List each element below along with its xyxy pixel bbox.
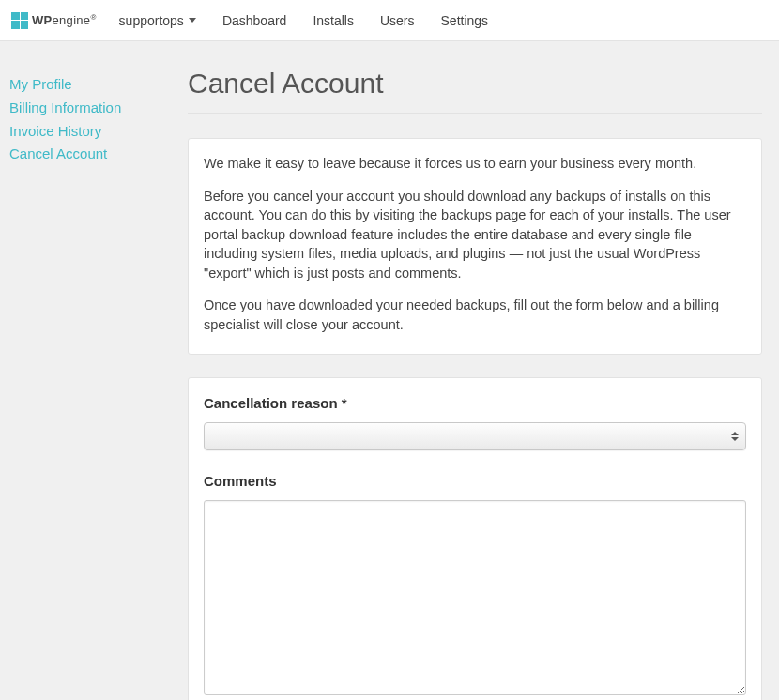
intro-panel: We make it easy to leave because it forc…: [188, 138, 762, 355]
sidebar-item-invoice[interactable]: Invoice History: [9, 120, 169, 144]
nav-account-dropdown[interactable]: supportops: [119, 13, 196, 28]
sidebar: My Profile Billing Information Invoice H…: [9, 68, 169, 700]
intro-paragraph: We make it easy to leave because it forc…: [204, 154, 746, 174]
intro-paragraph: Once you have downloaded your needed bac…: [204, 296, 746, 334]
comments-textarea[interactable]: [204, 500, 746, 695]
cancellation-reason-select[interactable]: [204, 422, 746, 450]
main-content: Cancel Account We make it easy to leave …: [188, 68, 762, 700]
nav-items: supportops Dashboard Installs Users Sett…: [119, 13, 489, 28]
nav-dashboard[interactable]: Dashboard: [222, 13, 287, 28]
nav-installs[interactable]: Installs: [313, 13, 354, 28]
cancel-form: Cancellation reason * Comments: [188, 377, 762, 700]
nav-account-label: supportops: [119, 13, 184, 28]
logo-icon: [11, 12, 28, 29]
sidebar-item-profile[interactable]: My Profile: [9, 73, 169, 97]
intro-paragraph: Before you cancel your account you shoul…: [204, 187, 746, 283]
nav-users[interactable]: Users: [380, 13, 415, 28]
sidebar-item-billing[interactable]: Billing Information: [9, 97, 169, 120]
comments-label: Comments: [204, 473, 746, 489]
top-nav: WPengine® supportops Dashboard Installs …: [0, 0, 779, 41]
reason-label: Cancellation reason *: [204, 395, 746, 411]
title-divider: [188, 113, 762, 114]
nav-settings[interactable]: Settings: [441, 13, 489, 28]
brand-name: WPengine®: [32, 13, 97, 27]
brand-logo[interactable]: WPengine®: [11, 12, 97, 29]
sidebar-item-cancel[interactable]: Cancel Account: [9, 143, 169, 166]
page-title: Cancel Account: [188, 68, 762, 99]
caret-down-icon: [189, 18, 196, 23]
